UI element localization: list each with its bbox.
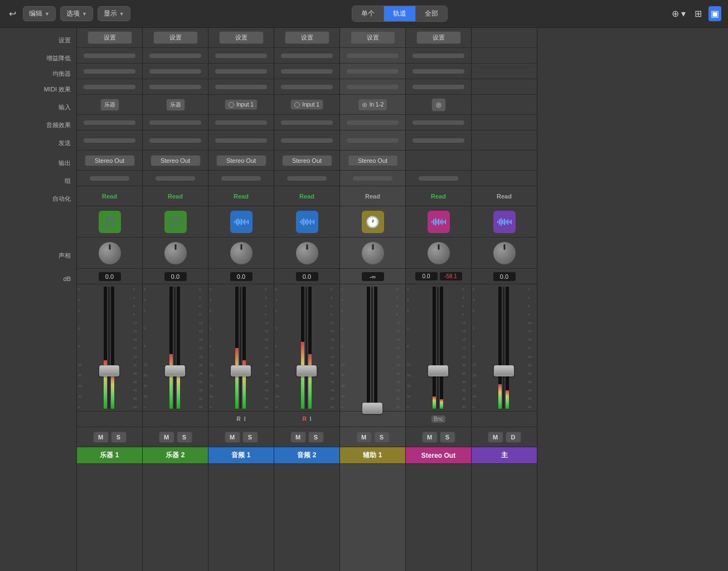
options-button[interactable]: 选项 ▼ (60, 6, 93, 21)
pan-knob-ch2[interactable] (164, 242, 187, 264)
label-group: 组 (0, 173, 76, 188)
mute-btn-ch3[interactable]: M (225, 432, 240, 443)
svg-rect-13 (307, 219, 308, 225)
channel-name-ch3: 音频 1 (231, 451, 250, 460)
svg-rect-3 (239, 220, 240, 224)
svg-rect-27 (497, 221, 498, 223)
solo-btn-ch3[interactable]: S (242, 432, 258, 443)
settings-btn-ch6[interactable]: 设置 (416, 31, 461, 44)
channel-ch4: 设置Input 1Stereo OutRead 0.0 630361520304… (274, 28, 340, 571)
auto-btn-ch3[interactable]: Read (234, 193, 249, 200)
channel-ch1: 设置乐器Stereo OutRead🎵0.0 6303615203040∞ (77, 28, 143, 571)
auto-btn-ch6[interactable]: Read (431, 193, 446, 200)
input-btn-ch5[interactable]: ⊕In 1-2 (358, 99, 388, 111)
mute-btn-ch2[interactable]: M (159, 432, 174, 443)
svg-rect-25 (443, 221, 444, 223)
settings-btn-ch4[interactable]: 设置 (285, 31, 329, 44)
channel-ch2: 设置乐器Stereo OutRead🎵0.0 6303615203040∞ (143, 28, 208, 571)
solo-btn-ch2[interactable]: S (177, 432, 192, 443)
left-labels: 设置 增益降低 均衡器 MIDI 效果 输入 音频效果 发送 输出 组 自动化 (0, 28, 77, 571)
label-ri-spacer (0, 414, 76, 429)
columns-button[interactable]: ⊞ (692, 6, 704, 21)
svg-rect-9 (300, 221, 301, 223)
auto-btn-ch2[interactable]: Read (168, 193, 183, 200)
mute-btn-ch5[interactable]: M (356, 432, 372, 443)
solo-btn-ch1[interactable]: S (111, 432, 127, 443)
svg-rect-14 (308, 220, 309, 224)
mute-btn-ch4[interactable]: M (290, 432, 306, 443)
label-pan: 声相 (0, 240, 76, 271)
i-label-ch4: I (310, 416, 312, 422)
label-ms-spacer (0, 429, 76, 449)
mute-btn-ch1[interactable]: M (93, 432, 109, 443)
pan-knob-ch6[interactable] (428, 242, 450, 264)
track-view-button[interactable]: 轨道 (384, 6, 416, 21)
single-view-button[interactable]: 单个 (352, 6, 384, 21)
pan-knob-ch3[interactable] (230, 242, 253, 264)
layout-button[interactable]: ▣ (708, 6, 721, 21)
svg-rect-10 (302, 219, 303, 225)
svg-rect-20 (435, 218, 436, 226)
settings-btn-ch2[interactable]: 设置 (153, 31, 198, 44)
db-value-ch7: 0.0 (493, 272, 516, 281)
input-btn-ch1[interactable]: 乐器 (100, 99, 119, 111)
input-btn-ch6[interactable]: ⊗ (431, 98, 446, 112)
auto-btn-ch1[interactable]: Read (102, 193, 117, 200)
solo-btn-ch6[interactable]: S (440, 432, 455, 443)
track-icon-ch6 (428, 211, 450, 233)
solo-btn-ch5[interactable]: S (374, 432, 390, 443)
label-gain: 增益降低 (0, 50, 76, 66)
output-btn-ch1[interactable]: Stereo Out (85, 155, 135, 166)
pan-knob-ch5[interactable] (362, 242, 384, 264)
db-value-ch3: 0.0 (230, 272, 253, 281)
svg-rect-8 (247, 220, 249, 224)
mute-btn-ch7[interactable]: M (488, 432, 503, 443)
output-btn-ch5[interactable]: Stereo Out (348, 155, 398, 166)
track-icon-ch5: 🕐 (362, 211, 384, 233)
svg-rect-21 (436, 220, 438, 224)
smiley-button[interactable]: ⊕ ▾ (669, 6, 688, 21)
auto-btn-ch4[interactable]: Read (299, 193, 314, 200)
svg-rect-26 (445, 220, 446, 224)
all-view-button[interactable]: 全部 (416, 6, 447, 21)
db-value-ch5: -∞ (362, 272, 384, 281)
output-btn-ch3[interactable]: Stereo Out (216, 155, 266, 166)
label-midi: MIDI 效果 (0, 81, 76, 97)
solo-btn-ch4[interactable]: S (308, 432, 324, 443)
input-btn-ch2[interactable]: 乐器 (166, 99, 185, 111)
label-settings: 设置 (0, 30, 76, 50)
label-name-spacer (0, 449, 76, 466)
back-button[interactable]: ↩ (7, 6, 18, 21)
svg-rect-33 (507, 219, 508, 225)
svg-rect-1 (236, 219, 237, 225)
input-btn-ch3[interactable]: Input 1 (225, 99, 258, 110)
label-fader-spacer (0, 287, 76, 414)
solo-btn-ch7[interactable]: D (506, 432, 521, 443)
db-value-ch6: 0.0 (415, 272, 438, 280)
channels-container: 设置乐器Stereo OutRead🎵0.0 6303615203040∞ (77, 28, 728, 571)
pan-knob-ch4[interactable] (296, 242, 318, 264)
svg-rect-30 (502, 220, 503, 224)
label-output: 输出 (0, 153, 76, 173)
pan-knob-ch7[interactable] (493, 242, 516, 264)
main-layout: 设置 增益降低 均衡器 MIDI 效果 输入 音频效果 发送 输出 组 自动化 (0, 28, 728, 571)
settings-btn-ch3[interactable]: 设置 (219, 31, 264, 44)
pan-knob-ch1[interactable] (99, 242, 121, 264)
mute-btn-ch6[interactable]: M (422, 432, 438, 443)
settings-btn-ch1[interactable]: 设置 (88, 31, 132, 44)
display-button[interactable]: 显示 ▼ (98, 6, 130, 21)
output-btn-ch2[interactable]: Stereo Out (151, 155, 201, 166)
edit-button[interactable]: 编辑 ▼ (23, 6, 56, 21)
svg-rect-0 (234, 221, 235, 223)
svg-rect-4 (241, 219, 242, 225)
output-btn-ch4[interactable]: Stereo Out (282, 155, 332, 166)
db-value-ch1: 0.0 (99, 272, 121, 281)
svg-rect-12 (305, 220, 306, 224)
auto-btn-ch5[interactable]: Read (365, 193, 380, 200)
svg-rect-23 (440, 220, 441, 224)
auto-btn-ch7[interactable]: Read (497, 193, 512, 200)
i-label-ch3: I (244, 416, 246, 422)
settings-btn-ch5[interactable]: 设置 (351, 31, 395, 44)
input-btn-ch4[interactable]: Input 1 (290, 99, 323, 110)
label-db: dB (0, 271, 76, 287)
